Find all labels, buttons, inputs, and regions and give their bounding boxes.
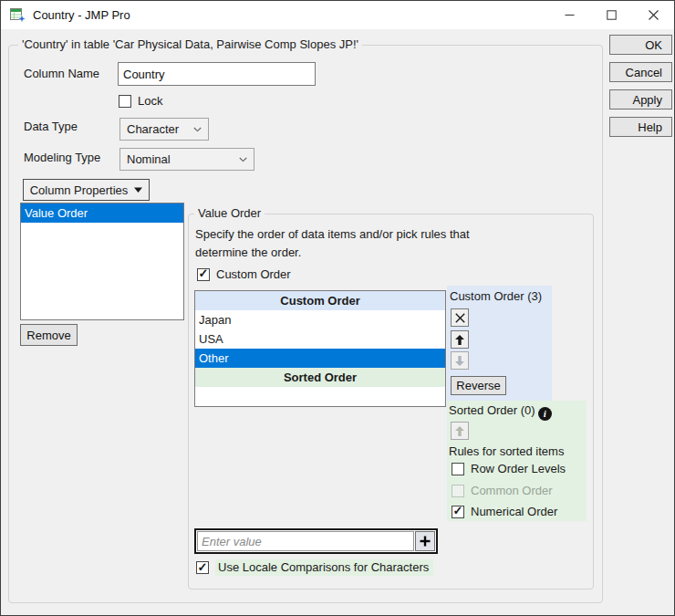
title-bar: Country - JMP Pro xyxy=(1,1,674,29)
chevron-down-icon xyxy=(193,127,202,132)
close-icon xyxy=(649,10,659,20)
delete-icon xyxy=(455,313,465,323)
move-up-icon xyxy=(455,426,464,436)
dropdown-arrow-icon xyxy=(134,187,142,193)
close-button[interactable] xyxy=(632,1,674,29)
order-item-other[interactable]: Other xyxy=(195,349,445,368)
sorted-order-panel: Sorted Order (0)i Rules for sorted items… xyxy=(447,401,587,521)
delete-item-button[interactable] xyxy=(451,308,469,327)
column-properties-label: Column Properties xyxy=(30,183,129,197)
property-item-value-order[interactable]: Value Order xyxy=(21,204,183,223)
numerical-order-label: Numerical Order xyxy=(471,505,557,518)
column-info-group-label: 'Country' in table 'Car Physical Data, P… xyxy=(18,37,362,51)
chevron-down-icon xyxy=(239,157,247,162)
minimize-icon xyxy=(565,10,575,20)
order-item-japan[interactable]: Japan xyxy=(195,310,445,329)
sorted-order-header: Sorted Order xyxy=(195,368,445,387)
remove-button[interactable]: Remove xyxy=(20,324,78,346)
cancel-button[interactable]: Cancel xyxy=(609,62,672,82)
numerical-order-row[interactable]: Numerical Order xyxy=(452,505,557,518)
row-order-levels-row[interactable]: Row Order Levels xyxy=(452,462,566,475)
custom-order-checkbox-label: Custom Order xyxy=(216,267,291,281)
row-order-levels-checkbox[interactable] xyxy=(452,463,464,475)
modeling-type-label: Modeling Type xyxy=(24,151,100,164)
enter-value-input[interactable] xyxy=(197,531,414,551)
custom-order-header: Custom Order xyxy=(195,291,445,310)
custom-order-checkbox-row[interactable]: Custom Order xyxy=(197,267,291,281)
numerical-order-checkbox[interactable] xyxy=(452,506,464,518)
help-button[interactable]: Help xyxy=(609,117,672,137)
locale-comparisons-label: Use Locale Comparisons for Characters xyxy=(215,559,433,576)
common-order-checkbox xyxy=(452,485,464,497)
order-item-empty xyxy=(195,387,445,406)
locale-comparisons-checkbox[interactable] xyxy=(196,561,209,574)
sorted-move-up-button xyxy=(451,422,469,440)
ok-button[interactable]: OK xyxy=(609,35,672,55)
info-icon[interactable]: i xyxy=(538,407,552,421)
order-listbox: Custom Order Japan USA Other Sorted Orde… xyxy=(194,290,446,407)
modeling-type-dropdown[interactable]: Nominal xyxy=(119,148,254,171)
custom-order-panel: Custom Order (3) Reverse xyxy=(447,286,552,401)
apply-button[interactable]: Apply xyxy=(609,89,672,110)
data-type-dropdown[interactable]: Character xyxy=(119,118,209,141)
row-order-levels-label: Row Order Levels xyxy=(471,462,566,475)
move-down-button xyxy=(451,351,469,370)
common-order-label: Common Order xyxy=(471,484,553,497)
column-name-input[interactable] xyxy=(118,62,316,86)
maximize-button[interactable] xyxy=(590,1,632,29)
column-properties-button[interactable]: Column Properties xyxy=(23,179,150,201)
sorted-order-panel-title: Sorted Order (0)i xyxy=(449,403,552,421)
common-order-row: Common Order xyxy=(452,484,553,497)
column-name-label: Column Name xyxy=(24,67,99,80)
reverse-button[interactable]: Reverse xyxy=(451,376,506,395)
lock-checkbox-row[interactable]: Lock xyxy=(119,94,162,108)
add-value-button[interactable] xyxy=(415,531,435,551)
minimize-button[interactable] xyxy=(548,1,590,29)
order-item-usa[interactable]: USA xyxy=(195,329,445,349)
move-up-button[interactable] xyxy=(451,330,469,349)
window-title: Country - JMP Pro xyxy=(33,8,130,22)
move-up-icon xyxy=(455,335,464,345)
properties-listbox: Value Order xyxy=(20,203,184,320)
modeling-type-value: Nominal xyxy=(127,152,171,166)
custom-order-panel-title: Custom Order (3) xyxy=(450,289,542,303)
data-type-label: Data Type xyxy=(24,120,78,133)
lock-checkbox[interactable] xyxy=(119,95,131,108)
move-down-icon xyxy=(455,356,464,366)
value-order-description-line1: Specify the order of data items and/or p… xyxy=(195,227,470,241)
data-type-value: Character xyxy=(127,122,179,136)
enter-value-frame xyxy=(194,528,438,554)
dialog-window: Country - JMP Pro 'Country' in table 'Ca… xyxy=(0,0,675,616)
add-icon xyxy=(420,536,431,547)
jmp-app-icon xyxy=(10,7,26,23)
rules-for-sorted-items-label: Rules for sorted items xyxy=(449,444,564,458)
custom-order-checkbox[interactable] xyxy=(197,268,210,281)
value-order-description-line2: determine the order. xyxy=(195,245,301,259)
lock-label: Lock xyxy=(138,94,162,108)
locale-comparisons-row[interactable]: Use Locale Comparisons for Characters xyxy=(196,559,433,576)
maximize-icon xyxy=(607,10,617,20)
value-order-group-label: Value Order xyxy=(194,206,265,220)
